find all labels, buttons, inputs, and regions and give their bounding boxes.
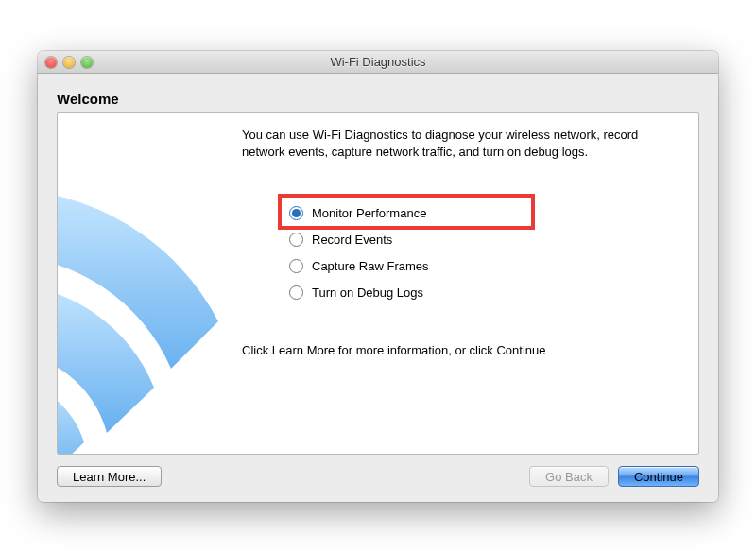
radio-input[interactable] (289, 206, 303, 220)
radio-label: Monitor Performance (312, 206, 426, 220)
window-body: Welcome You can use Wi-Fi Diagnostic (38, 74, 718, 502)
radio-option[interactable]: Record Events (289, 226, 679, 252)
go-back-button: Go Back (529, 466, 609, 487)
main-panel: You can use Wi-Fi Diagnostics to diagnos… (57, 112, 699, 455)
zoom-icon[interactable] (81, 57, 93, 68)
window-title: Wi-Fi Diagnostics (38, 55, 718, 69)
learn-more-button[interactable]: Learn More... (57, 466, 162, 487)
page-title: Welcome (57, 91, 699, 107)
radio-input[interactable] (289, 285, 303, 300)
radio-option[interactable]: Monitor Performance (289, 199, 679, 226)
radio-input[interactable] (289, 233, 303, 247)
traffic-lights (38, 57, 93, 68)
description-text: You can use Wi-Fi Diagnostics to diagnos… (242, 127, 679, 160)
wifi-icon (57, 189, 218, 455)
hint-text: Click Learn More for more information, o… (242, 343, 679, 357)
options-group: Monitor PerformanceRecord EventsCapture … (289, 199, 679, 305)
window: Wi-Fi Diagnostics Welcome (38, 51, 718, 502)
radio-label: Turn on Debug Logs (312, 285, 423, 300)
radio-option[interactable]: Capture Raw Frames (289, 252, 679, 279)
minimize-icon[interactable] (63, 57, 75, 68)
content-area: You can use Wi-Fi Diagnostics to diagnos… (242, 127, 679, 441)
radio-input[interactable] (289, 259, 303, 273)
radio-label: Record Events (312, 233, 392, 247)
radio-option[interactable]: Turn on Debug Logs (289, 279, 679, 305)
continue-button[interactable]: Continue (618, 466, 699, 487)
close-icon[interactable] (45, 57, 57, 68)
button-row: Learn More... Go Back Continue (57, 466, 699, 487)
radio-label: Capture Raw Frames (312, 259, 429, 273)
titlebar[interactable]: Wi-Fi Diagnostics (38, 51, 718, 74)
